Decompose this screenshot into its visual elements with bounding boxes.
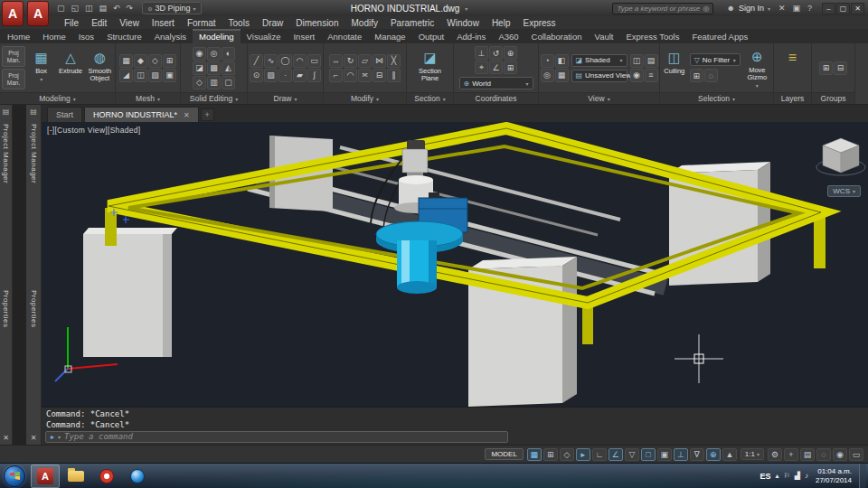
mesh-extrude-face-icon[interactable]: ▧ bbox=[148, 69, 162, 82]
file-tab-horno-industrial[interactable]: HORNO INDUSTRIAL* ✕ bbox=[84, 107, 199, 122]
clean-screen-icon[interactable]: ▭ bbox=[849, 448, 863, 461]
language-indicator[interactable]: ES bbox=[760, 472, 771, 481]
workspace-switching-icon[interactable]: ⚙ bbox=[768, 448, 782, 461]
panel-solid-editing-label[interactable]: Solid Editing▾ bbox=[181, 92, 247, 104]
plot-icon[interactable]: ▤ bbox=[97, 4, 110, 13]
panel-modify-label[interactable]: Modify▾ bbox=[324, 92, 406, 104]
snap-icon[interactable]: ⊞ bbox=[543, 448, 558, 461]
rtab-home[interactable]: Home bbox=[1, 29, 36, 43]
rtab-modeling[interactable]: Modeling bbox=[193, 29, 241, 43]
ucs-previous-icon[interactable]: ↺ bbox=[489, 46, 503, 60]
quick-properties-icon[interactable]: ▤ bbox=[800, 448, 815, 461]
panel-modeling-label[interactable]: Modeling▾ bbox=[0, 92, 115, 104]
solid-subtract-icon[interactable]: ◎ bbox=[207, 47, 221, 61]
panel-mesh-label[interactable]: Mesh▾ bbox=[116, 92, 180, 104]
line-icon[interactable]: ╱ bbox=[250, 54, 263, 68]
close-icon[interactable]: ✕ bbox=[184, 111, 190, 119]
box-button[interactable]: ▦ Box ▾ bbox=[28, 47, 54, 89]
minimize-button[interactable]: – bbox=[822, 3, 835, 14]
menu-item-format[interactable]: Format bbox=[181, 18, 222, 28]
move-icon[interactable]: ↔ bbox=[329, 54, 343, 68]
menu-item-view[interactable]: View bbox=[113, 18, 146, 28]
view-manager-icon[interactable]: ▤ bbox=[645, 54, 658, 68]
rtab-a360[interactable]: A360 bbox=[492, 29, 524, 43]
viewcube-wcs-button[interactable]: WCS▾ bbox=[827, 185, 861, 197]
chevron-down-icon[interactable]: ▾ bbox=[465, 5, 467, 12]
ucs-3point-icon[interactable]: ⊞ bbox=[504, 61, 517, 74]
section-plane-button[interactable]: ◪ Section Plane bbox=[415, 47, 446, 89]
new-drawing-tab-button[interactable]: + bbox=[201, 108, 214, 121]
redo-icon[interactable]: ↷ bbox=[124, 4, 137, 13]
ellipse-icon[interactable]: ⊙ bbox=[250, 69, 263, 82]
palette-title-project-manager[interactable]: Project Manager bbox=[2, 124, 10, 183]
mirror-icon[interactable]: ⋈ bbox=[373, 54, 386, 68]
rtab-express-tools[interactable]: Express Tools bbox=[620, 29, 686, 43]
close-icon[interactable]: ✕ bbox=[31, 434, 37, 442]
command-input[interactable]: ▸ ▾ Type a command bbox=[45, 431, 508, 443]
ucs-origin-icon[interactable]: ⌖ bbox=[475, 61, 488, 74]
rtab-home[interactable]: Home bbox=[36, 29, 71, 43]
ucs-icon[interactable]: ⊥ bbox=[475, 46, 488, 60]
rotate-icon[interactable]: ↻ bbox=[344, 54, 357, 68]
extrude-button[interactable]: △ Extrude bbox=[57, 47, 83, 89]
search-icon[interactable]: ◎ bbox=[703, 5, 709, 13]
camera-icon[interactable]: ◉ bbox=[630, 69, 644, 82]
rtab-output[interactable]: Output bbox=[412, 29, 451, 43]
panel-selection-label[interactable]: Selection▾ bbox=[660, 92, 773, 104]
no-filter-dropdown[interactable]: ▽ No Filter ▾ bbox=[690, 53, 741, 66]
solid-union-icon[interactable]: ◉ bbox=[193, 47, 206, 61]
rtab-manage[interactable]: Manage bbox=[368, 29, 411, 43]
ucs-world-icon[interactable]: ⊕ bbox=[504, 46, 517, 60]
volume-icon[interactable]: ♪ bbox=[805, 472, 808, 480]
panel-view-label[interactable]: View▾ bbox=[539, 92, 659, 104]
mesh-cap-icon[interactable]: ▣ bbox=[163, 69, 176, 82]
shell-icon[interactable]: ▢ bbox=[222, 76, 235, 89]
ucs-dropdown[interactable]: ⊕ World ▾ bbox=[459, 77, 533, 89]
dynamic-input-icon[interactable]: ▸ bbox=[576, 448, 590, 461]
slice-icon[interactable]: ◪ bbox=[193, 61, 206, 75]
taskbar-app-red-button[interactable] bbox=[92, 465, 121, 488]
viewport-config-icon[interactable]: ◫ bbox=[630, 54, 644, 68]
rtab-vault[interactable]: Vault bbox=[589, 29, 620, 43]
panel-draw-label[interactable]: Draw▾ bbox=[248, 92, 323, 104]
menu-item-draw[interactable]: Draw bbox=[256, 18, 289, 28]
extract-edges-icon[interactable]: ◇ bbox=[193, 76, 206, 89]
graphics-performance-icon[interactable]: ◉ bbox=[833, 448, 847, 461]
rtab-add-ins[interactable]: Add-ins bbox=[450, 29, 492, 43]
isodraft-icon[interactable]: ▽ bbox=[625, 448, 639, 461]
file-tab-start[interactable]: Start bbox=[47, 107, 82, 122]
project-manager-ribbon-button[interactable]: Proj Man. bbox=[2, 46, 25, 67]
panel-layers-label[interactable]: Layers bbox=[774, 92, 811, 104]
rtab-structure[interactable]: Structure bbox=[100, 29, 148, 43]
array-icon[interactable]: ∥ bbox=[387, 69, 401, 82]
menu-item-parametric[interactable]: Parametric bbox=[384, 18, 440, 28]
group-icon[interactable]: ⊞ bbox=[819, 61, 833, 75]
close-button[interactable]: ✕ bbox=[851, 3, 864, 14]
palette-strip-2[interactable]: ▤ Project Manager Properties ✕ bbox=[26, 105, 42, 445]
selection-lasso-icon[interactable]: ◌ bbox=[704, 69, 718, 82]
imprint-icon[interactable]: ▥ bbox=[207, 76, 221, 89]
panel-section-label[interactable]: Section▾ bbox=[407, 92, 453, 104]
fillet-icon[interactable]: ◠ bbox=[344, 69, 357, 82]
orbit-icon[interactable]: ◔ bbox=[541, 54, 554, 68]
network-icon[interactable]: ▟ bbox=[795, 472, 800, 480]
align-icon[interactable]: ≍ bbox=[358, 69, 372, 82]
menu-item-window[interactable]: Window bbox=[440, 18, 486, 28]
palette-strip-1[interactable]: ▤ Project Manager Properties ✕ bbox=[0, 105, 13, 445]
taskbar-app-blue-button[interactable] bbox=[123, 465, 152, 488]
rtab-featured-apps[interactable]: Featured Apps bbox=[685, 29, 754, 43]
menu-item-modify[interactable]: Modify bbox=[345, 18, 384, 28]
circle-icon[interactable]: ◯ bbox=[278, 54, 292, 68]
zoom-icon[interactable]: ◎ bbox=[541, 69, 554, 82]
restore-button[interactable]: ▢ bbox=[836, 3, 850, 14]
project-data-ribbon-button[interactable]: Proj Man. bbox=[2, 69, 25, 89]
panel-groups-label[interactable]: Groups bbox=[812, 92, 854, 104]
taskbar-autocad-button[interactable]: A bbox=[31, 465, 60, 488]
panel-coordinates-label[interactable]: Coordinates bbox=[454, 92, 538, 104]
menu-item-tools[interactable]: Tools bbox=[222, 18, 256, 28]
palette-title-properties[interactable]: Properties bbox=[30, 290, 38, 327]
close-icon[interactable]: ✕ bbox=[3, 434, 9, 442]
viewcube[interactable] bbox=[816, 138, 865, 175]
mesh-crease-icon[interactable]: ◢ bbox=[119, 69, 133, 82]
viewport-controls-label[interactable]: [-][Custom View][Shaded] bbox=[47, 126, 140, 135]
